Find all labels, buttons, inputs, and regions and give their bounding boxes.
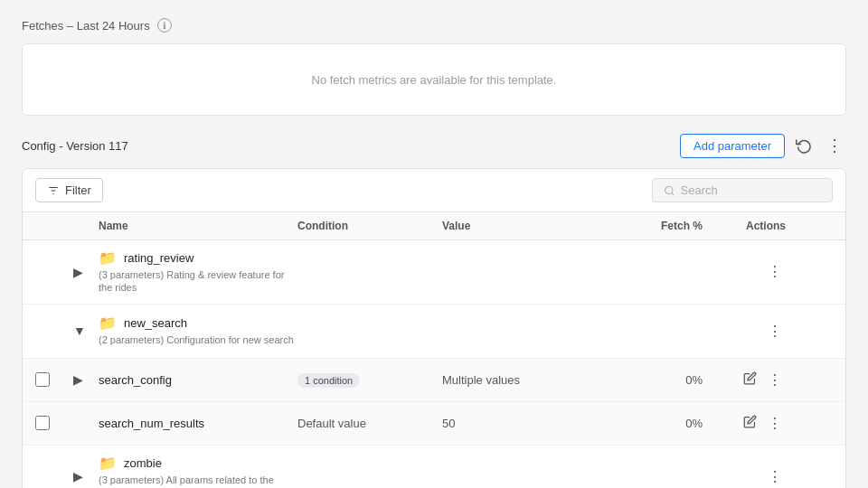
history-button[interactable] xyxy=(792,134,816,157)
config-more-icon: ⋮ xyxy=(826,136,843,155)
param-name: search_config xyxy=(99,373,297,387)
row-value: Multiple values xyxy=(442,373,623,387)
param-name: new_search xyxy=(124,316,187,330)
row-actions: ⋮ xyxy=(713,368,786,392)
condition-badge: 1 condition xyxy=(297,373,360,388)
params-table: Filter Name Condition Value Fetch % Acti… xyxy=(22,168,846,488)
row-expand-cell: ▼ xyxy=(71,322,99,340)
row-name-col: 📁 zombie (3 parameters) All params relat… xyxy=(99,446,297,488)
param-desc: (3 parameters) All params related to the… xyxy=(99,474,297,488)
search-icon xyxy=(664,184,675,197)
fetches-section-header: Fetches – Last 24 Hours ℹ xyxy=(22,18,846,33)
row-expand-cell: ▶ xyxy=(71,263,99,281)
row-condition: 1 condition xyxy=(297,373,442,387)
param-name: rating_review xyxy=(124,251,193,265)
filter-label: Filter xyxy=(65,183,91,197)
folder-icon: 📁 xyxy=(99,314,117,332)
param-desc: (2 parameters) Configuration for new sea… xyxy=(99,333,297,346)
table-row: search_num_results Default value 50 0% ⋮ xyxy=(23,402,845,446)
param-name: zombie xyxy=(124,456,162,470)
header-actions: Actions xyxy=(713,220,786,232)
row-expand-cell: ▶ xyxy=(71,467,99,485)
folder-icon: 📁 xyxy=(99,249,117,267)
search-box xyxy=(652,178,833,202)
expand-button[interactable]: ▶ xyxy=(71,467,85,485)
row-condition: Default value xyxy=(297,417,442,430)
folder-icon: 📁 xyxy=(99,455,117,472)
edit-icon xyxy=(743,415,757,428)
row-fetch-pct: 0% xyxy=(623,373,713,387)
fetch-empty-message: No fetch metrics are available for this … xyxy=(312,73,557,87)
row-name-col: search_num_results xyxy=(99,408,297,439)
row-name-col: 📁 new_search (2 parameters) Configuratio… xyxy=(99,305,297,355)
main-container: Fetches – Last 24 Hours ℹ No fetch metri… xyxy=(0,0,868,488)
row-expand-cell: ▶ xyxy=(71,371,99,389)
row-checkbox[interactable] xyxy=(35,372,50,387)
expand-button[interactable]: ▼ xyxy=(71,322,88,340)
row-more-button[interactable]: ⋮ xyxy=(764,368,786,392)
search-input[interactable] xyxy=(681,183,821,197)
row-name-col: 📁 rating_review (3 parameters) Rating & … xyxy=(99,240,297,304)
fetch-panel: No fetch metrics are available for this … xyxy=(22,43,846,116)
config-actions: Add parameter ⋮ xyxy=(680,132,846,159)
table-row: ▶ 📁 rating_review (3 parameters) Rating … xyxy=(23,240,845,305)
row-actions: ⋮ xyxy=(713,319,786,343)
fetches-info-icon[interactable]: ℹ xyxy=(157,18,172,33)
svg-line-4 xyxy=(672,192,674,194)
row-more-button[interactable]: ⋮ xyxy=(764,411,786,436)
row-more-button[interactable]: ⋮ xyxy=(764,259,786,284)
row-more-button[interactable]: ⋮ xyxy=(764,319,786,343)
filter-button[interactable]: Filter xyxy=(35,178,103,202)
table-row: ▶ 📁 zombie (3 parameters) All params rel… xyxy=(23,446,845,488)
config-title: Config - Version 117 xyxy=(22,139,128,153)
row-actions: ⋮ xyxy=(713,411,786,436)
row-checkbox-cell[interactable] xyxy=(35,416,71,430)
table-row: ▼ 📁 new_search (2 parameters) Configurat… xyxy=(23,305,845,359)
table-row: ▶ search_config 1 condition Multiple val… xyxy=(23,359,845,402)
history-icon xyxy=(796,137,812,154)
expand-button[interactable]: ▶ xyxy=(71,371,85,389)
condition-value: Default value xyxy=(297,417,366,430)
row-checkbox[interactable] xyxy=(35,416,50,430)
row-checkbox-cell[interactable] xyxy=(35,372,71,387)
header-condition: Condition xyxy=(297,220,442,232)
expand-button[interactable]: ▶ xyxy=(71,263,85,281)
svg-point-3 xyxy=(665,186,673,193)
header-value: Value xyxy=(442,220,623,232)
table-header: Name Condition Value Fetch % Actions xyxy=(23,212,845,240)
row-name-col: search_config xyxy=(99,364,297,396)
config-more-button[interactable]: ⋮ xyxy=(823,132,846,159)
edit-button[interactable] xyxy=(740,411,760,435)
edit-button[interactable] xyxy=(740,368,760,391)
row-actions: ⋮ xyxy=(713,465,786,488)
config-header: Config - Version 117 Add parameter ⋮ xyxy=(22,132,846,159)
param-name: search_num_results xyxy=(99,417,297,430)
row-actions: ⋮ xyxy=(713,259,786,284)
edit-icon xyxy=(743,371,757,385)
add-parameter-button[interactable]: Add parameter xyxy=(680,134,785,158)
row-more-button[interactable]: ⋮ xyxy=(764,465,786,488)
header-fetch-pct: Fetch % xyxy=(623,220,713,232)
header-name: Name xyxy=(99,220,297,232)
row-value: 50 xyxy=(442,417,623,430)
row-fetch-pct: 0% xyxy=(623,417,713,430)
fetches-title: Fetches – Last 24 Hours xyxy=(22,19,150,33)
filter-icon xyxy=(47,184,60,197)
table-toolbar: Filter xyxy=(23,169,845,212)
param-desc: (3 parameters) Rating & review feature f… xyxy=(99,268,297,295)
